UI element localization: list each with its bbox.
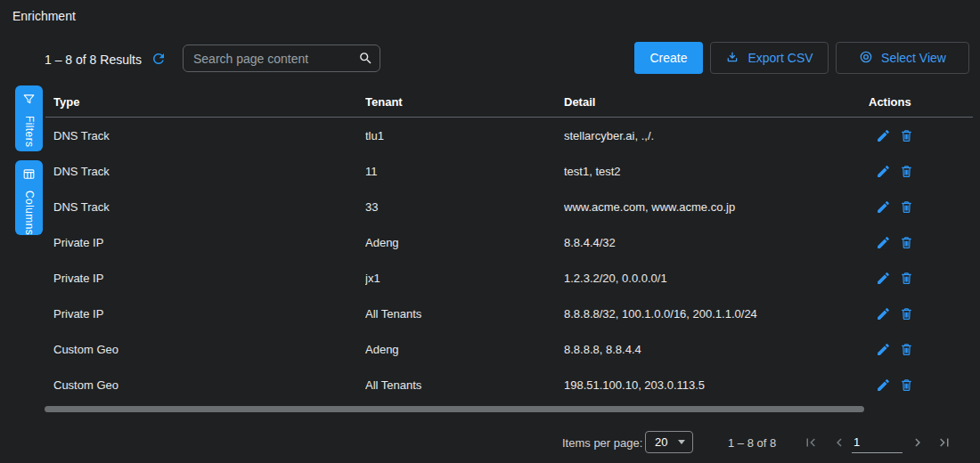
select-view-button[interactable]: Select View: [836, 42, 969, 74]
horizontal-scrollbar-thumb[interactable]: [45, 406, 864, 412]
table-row: Custom Geo All Tenants 198.51.100.10, 20…: [45, 367, 973, 402]
cell-tenant: 33: [365, 200, 564, 214]
pencil-icon[interactable]: [876, 342, 891, 357]
page-title: Enrichment: [12, 9, 76, 23]
trash-icon[interactable]: [899, 164, 914, 179]
download-icon: [725, 50, 739, 67]
trash-icon[interactable]: [899, 342, 914, 357]
pencil-icon[interactable]: [876, 164, 891, 179]
table-header-row: Type Tenant Detail Actions: [45, 87, 973, 118]
cell-tenant: tlu1: [365, 129, 564, 142]
caret-down-icon: [678, 440, 685, 444]
table-body: DNS Track tlu1 stellarcyber.ai, .,/. DNS…: [45, 118, 973, 402]
header-actions: Actions: [869, 95, 973, 109]
cell-tenant: 11: [365, 165, 564, 178]
select-view-label: Select View: [881, 51, 946, 65]
table-row: DNS Track tlu1 stellarcyber.ai, .,/.: [45, 118, 973, 153]
cell-actions: [869, 128, 973, 143]
cell-type: Private IP: [53, 272, 365, 285]
cell-detail: test1, test2: [564, 165, 869, 178]
eye-icon: [859, 50, 873, 67]
results-count: 1 – 8 of 8 Results: [45, 53, 142, 67]
cell-actions: [869, 306, 973, 321]
items-per-page-select[interactable]: 20: [645, 431, 693, 453]
cell-type: DNS Track: [53, 129, 365, 142]
cell-type: DNS Track: [53, 165, 365, 178]
cell-type: Private IP: [53, 307, 365, 321]
cell-type: Private IP: [53, 236, 365, 249]
refresh-icon[interactable]: [151, 51, 167, 67]
cell-type: DNS Track: [53, 200, 365, 214]
cell-tenant: Adeng: [365, 236, 564, 249]
create-button-label: Create: [649, 51, 687, 65]
cell-detail: www.acme.com, www.acme.co.jp: [564, 200, 869, 214]
cell-detail: 8.8.8.8/32, 100.1.0.0/16, 200.1.1.0/24: [564, 307, 869, 321]
filters-tab-label: Filters: [23, 116, 36, 147]
enrichment-page: Enrichment 1 – 8 of 8 Results Create Exp…: [0, 0, 980, 463]
filters-tab[interactable]: Filters: [15, 85, 43, 151]
search-input[interactable]: [184, 52, 358, 66]
pencil-icon[interactable]: [876, 306, 891, 321]
trash-icon[interactable]: [899, 378, 914, 393]
pencil-icon[interactable]: [876, 235, 891, 250]
header-tenant: Tenant: [365, 95, 564, 109]
trash-icon[interactable]: [899, 306, 914, 321]
export-csv-label: Export CSV: [747, 51, 813, 65]
trash-icon[interactable]: [899, 199, 914, 215]
trash-icon[interactable]: [899, 271, 914, 286]
cell-actions: [869, 342, 973, 357]
cell-actions: [869, 271, 973, 286]
cell-actions: [869, 235, 973, 250]
cell-tenant: All Tenants: [365, 307, 564, 321]
search-icon[interactable]: [358, 51, 373, 66]
page-number-input[interactable]: [852, 434, 902, 453]
cell-tenant: jx1: [365, 272, 564, 285]
last-page-icon[interactable]: [936, 435, 952, 451]
cell-actions: [869, 378, 973, 393]
filter-icon: [22, 93, 36, 110]
cell-detail: 198.51.100.10, 203.0.113.5: [564, 378, 869, 392]
table-row: Private IP jx1 1.2.3.2/20, 0.0.0.0/1: [45, 260, 973, 296]
enrichment-table: Type Tenant Detail Actions DNS Track tlu…: [45, 87, 973, 402]
cell-detail: 8.8.8.8, 8.8.4.4: [564, 343, 869, 356]
table-row: DNS Track 11 test1, test2: [45, 153, 973, 189]
header-type: Type: [53, 95, 365, 109]
first-page-icon[interactable]: [803, 435, 819, 451]
table-row: Private IP All Tenants 8.8.8.8/32, 100.1…: [45, 296, 973, 331]
pagination-range: 1 – 8 of 8: [728, 436, 776, 450]
cell-type: Custom Geo: [53, 343, 365, 356]
chevron-left-icon[interactable]: [831, 435, 847, 451]
cell-actions: [869, 199, 973, 215]
cell-tenant: All Tenants: [365, 378, 564, 392]
columns-tab-label: Columns: [23, 191, 36, 235]
cell-detail: 1.2.3.2/20, 0.0.0.0/1: [564, 272, 869, 285]
header-detail: Detail: [564, 95, 869, 109]
table-row: Custom Geo Adeng 8.8.8.8, 8.8.4.4: [45, 331, 973, 367]
create-button[interactable]: Create: [634, 42, 703, 74]
items-per-page-value: 20: [655, 435, 667, 449]
cell-actions: [869, 164, 973, 179]
cell-detail: stellarcyber.ai, .,/.: [564, 129, 869, 142]
pencil-icon[interactable]: [876, 199, 891, 215]
table-row: DNS Track 33 www.acme.com, www.acme.co.j…: [45, 189, 973, 224]
search-box: [183, 45, 380, 72]
items-per-page-label: Items per page:: [562, 436, 642, 450]
pencil-icon[interactable]: [876, 378, 891, 393]
trash-icon[interactable]: [899, 128, 914, 143]
trash-icon[interactable]: [899, 235, 914, 250]
cell-detail: 8.8.4.4/32: [564, 236, 869, 249]
columns-icon: [22, 167, 36, 184]
columns-tab[interactable]: Columns: [15, 160, 43, 235]
cell-tenant: Adeng: [365, 343, 564, 356]
pencil-icon[interactable]: [876, 271, 891, 286]
chevron-right-icon[interactable]: [910, 435, 926, 451]
pencil-icon[interactable]: [876, 128, 891, 143]
export-csv-button[interactable]: Export CSV: [710, 42, 829, 74]
cell-type: Custom Geo: [53, 378, 365, 392]
table-row: Private IP Adeng 8.8.4.4/32: [45, 224, 973, 260]
